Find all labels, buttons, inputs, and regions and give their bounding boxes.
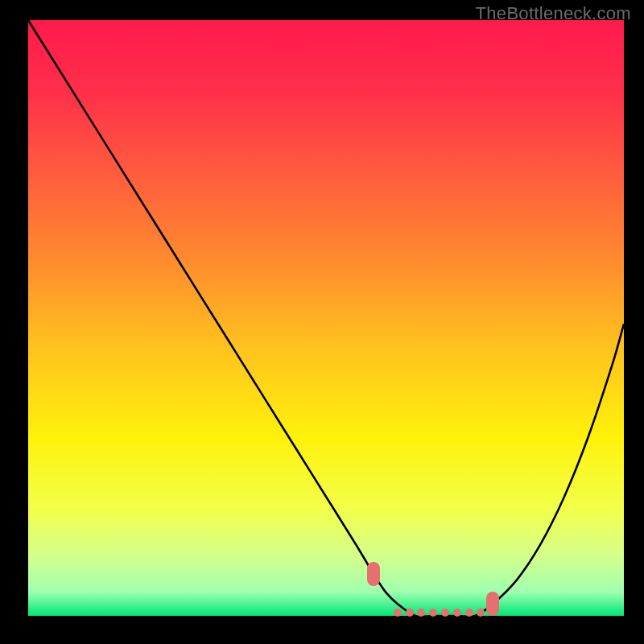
marker-dot [406, 609, 414, 617]
curve-layer [28, 20, 624, 616]
marker-pill [486, 592, 499, 616]
marker-dot [429, 609, 437, 617]
bottleneck-curve [28, 20, 624, 616]
chart-container: TheBottleneck.com [0, 0, 644, 644]
marker-dot [453, 609, 461, 617]
marker-dot [394, 609, 402, 617]
marker-dot [477, 609, 485, 617]
marker-dot [417, 609, 425, 617]
marker-dot [465, 609, 473, 617]
marker-pill [367, 562, 380, 586]
plot-area [28, 20, 624, 616]
watermark-text: TheBottleneck.com [476, 3, 631, 24]
marker-dot [441, 609, 449, 617]
